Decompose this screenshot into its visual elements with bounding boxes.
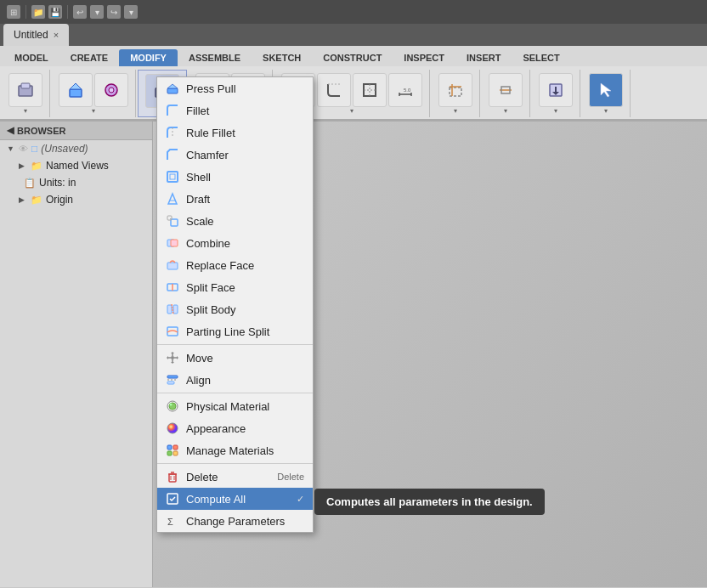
menu-item-delete[interactable]: Delete Delete [157,466,313,488]
menu-label-move: Move [186,352,213,365]
redo-icon[interactable]: ↪ [107,5,121,19]
toolbar-group-inspect: ▾ [482,70,530,117]
create-btn-1[interactable] [59,73,93,107]
sketch-btn-2[interactable] [317,73,351,107]
svg-marker-51 [171,352,174,353]
menu-item-chamfer[interactable]: Chamfer [157,144,313,166]
svg-rect-67 [167,451,172,455]
document-tab[interactable]: Untitled × [3,24,69,46]
menu-label-appearance: Appearance [186,422,246,435]
svg-marker-29 [601,83,611,97]
inspect-expand[interactable]: ▾ [504,107,507,115]
delete-shortcut: Delete [277,472,304,482]
construct-expand[interactable]: ▾ [454,107,457,115]
tree-label-units: Units: in [39,177,76,189]
menu-item-move[interactable]: Move [157,347,313,369]
menu-item-change-parameters[interactable]: Σ Change Parameters [157,510,313,532]
rule-fillet-icon [166,126,179,139]
model-expand[interactable]: ▾ [24,107,27,115]
menu-label-delete: Delete [186,471,218,483]
menu-item-fillet[interactable]: Fillet [157,99,313,122]
toolbar-group-model: ▾ [2,70,50,117]
tree-item-origin[interactable]: ▶ 📁 Origin [0,191,152,208]
tab-inspect[interactable]: INSPECT [393,49,455,66]
tab-insert[interactable]: INSERT [455,49,512,66]
sidebar: ◀ BROWSER ▼ 👁 □ (Unsaved) ▶ 📁 Named View… [0,122,153,587]
folder-icon-unsaved: □ [31,143,37,155]
menu-item-align[interactable]: Align [157,369,313,391]
inspect-btn[interactable] [489,73,523,107]
file-menu-icon[interactable]: 📁 [31,5,45,19]
move-icon [166,351,179,365]
select-expand[interactable]: ▾ [604,107,608,115]
menu-item-parting-line-split[interactable]: Parting Line Split [157,320,313,342]
menu-label-align: Align [186,374,211,387]
tab-model[interactable]: MODEL [3,49,59,66]
svg-marker-31 [167,84,178,88]
tree-arrow-unsaved: ▼ [7,144,15,153]
sidebar-collapse-btn[interactable]: ◀ [7,125,14,136]
tab-create[interactable]: CREATE [59,49,119,66]
insert-btn[interactable] [539,73,573,107]
svg-rect-46 [173,305,178,314]
tree-item-named-views[interactable]: ▶ 📁 Named Views [0,157,152,174]
svg-point-5 [109,88,114,93]
tree-arrow-origin: ▶ [19,195,27,204]
tab-construct[interactable]: CONSTRUCT [312,49,393,66]
tree-item-unsaved[interactable]: ▼ 👁 □ (Unsaved) [0,140,152,157]
construct-icon [446,81,465,99]
svg-marker-57 [177,356,178,359]
delete-icon [166,470,179,483]
menu-label-chamfer: Chamfer [186,149,229,161]
undo-dropdown-icon[interactable]: ▾ [90,5,104,19]
inspect-icon [496,81,515,99]
tab-bar: Untitled × [0,24,707,46]
menu-item-draft[interactable]: Draft [157,188,313,210]
menu-item-replace-face[interactable]: Replace Face [157,254,313,276]
construct-btn[interactable] [438,73,472,107]
tree-item-units[interactable]: 📋 Units: in [0,174,152,191]
redo-dropdown-icon[interactable]: ▾ [124,5,138,19]
menu-item-appearance[interactable]: Appearance [157,417,313,439]
change-parameters-icon: Σ [166,514,179,528]
svg-rect-34 [170,174,175,179]
menu-item-rule-fillet[interactable]: Rule Fillet [157,122,313,144]
undo-icon[interactable]: ↩ [73,5,87,19]
tab-close-button[interactable]: × [54,30,59,40]
sketch-btn-4[interactable]: 5.0 [388,73,422,107]
tab-assemble[interactable]: ASSEMBLE [178,49,252,66]
model-button[interactable] [8,73,42,107]
menu-item-press-pull[interactable]: Press Pull [157,77,313,99]
menu-divider-1 [157,344,313,345]
sketch-expand[interactable]: ▾ [350,107,354,115]
menu-label-draft: Draft [186,193,210,206]
menu-item-compute-all[interactable]: Compute All ✓ [157,488,313,510]
menu-item-manage-materials[interactable]: Manage Materials [157,439,313,461]
units-icon: 📋 [24,178,36,189]
menu-item-physical-material[interactable]: Physical Material [157,395,313,417]
menu-item-combine[interactable]: Combine [157,232,313,254]
create-expand[interactable]: ▾ [92,107,95,115]
tab-modify[interactable]: MODIFY [119,49,178,66]
insert-expand[interactable]: ▾ [554,107,557,115]
draft-icon [166,192,179,206]
app-grid-icon[interactable]: ⊞ [7,5,20,19]
visibility-icon-unsaved: 👁 [19,144,28,154]
compute-all-icon [166,492,179,506]
menu-label-press-pull: Press Pull [186,82,236,95]
save-icon[interactable]: 💾 [48,5,62,19]
tab-select[interactable]: SELECT [512,49,570,66]
create-btn-2[interactable] [94,73,128,107]
select-btn[interactable] [589,73,623,107]
menu-item-scale[interactable]: Scale [157,210,313,232]
tooltip: Computes all parameters in the design. [314,489,545,515]
svg-rect-58 [167,376,178,378]
menu-label-physical-material: Physical Material [186,400,269,413]
sketch-btn-3[interactable] [353,73,387,107]
menu-item-split-body[interactable]: Split Body [157,298,313,320]
tab-sketch[interactable]: SKETCH [252,49,312,66]
menu-label-fillet: Fillet [186,105,209,117]
shell-icon [166,170,179,184]
menu-item-split-face[interactable]: Split Face [157,276,313,298]
menu-item-shell[interactable]: Shell [157,166,313,188]
